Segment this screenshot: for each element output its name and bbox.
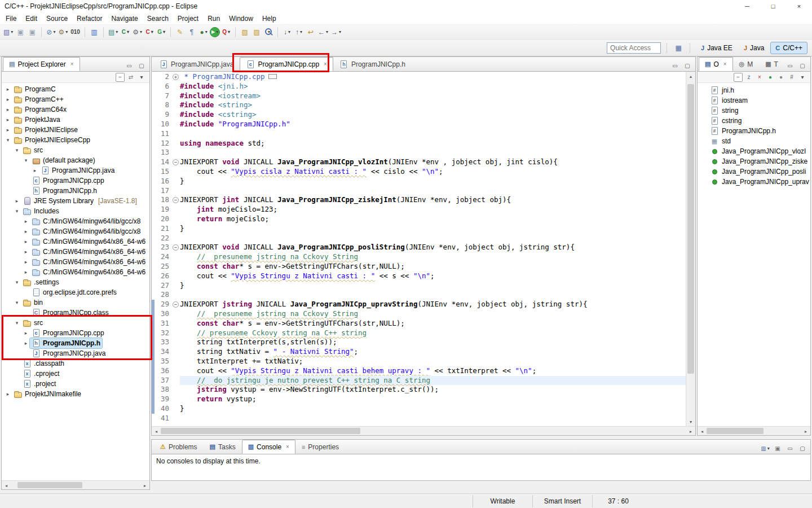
fold-collapse-icon[interactable]: − <box>173 301 179 308</box>
code-line-19[interactable]: 19 jint mojeCislo=123; <box>152 205 686 214</box>
scroll-up-icon[interactable]: ▴ <box>686 72 695 81</box>
chevron-collapsed-icon[interactable]: ▸ <box>4 117 12 122</box>
tree-item-projektjnimakefile[interactable]: ▸ProjektJNImakefile <box>2 389 149 399</box>
debug-icon[interactable]: ●▾ <box>198 27 209 38</box>
chevron-expanded-icon[interactable]: ▾ <box>4 137 12 143</box>
code-line-34[interactable]: 34 string txtNativ = " - Nativni String"… <box>152 347 686 357</box>
console-tab-console[interactable]: ▥Console× <box>242 440 295 454</box>
minimize-panel-icon[interactable]: ▭ <box>784 443 796 454</box>
view-menu-icon[interactable]: ▾ <box>798 73 807 82</box>
fold-collapse-icon[interactable]: − <box>173 197 179 203</box>
code-line-25[interactable]: 25 const char* s = env->GetStringUTFChar… <box>152 262 686 271</box>
chevron-expanded-icon[interactable]: ▾ <box>22 157 30 163</box>
build-icon[interactable]: ⚙▾ <box>57 27 69 38</box>
new-wizard-icon[interactable]: ▧▾ <box>2 27 14 38</box>
tree-item-projektjava[interactable]: ▸ProjektJava <box>2 115 149 125</box>
tree-item-c-mingw64-mingw64-x86-64-w6[interactable]: ▸C:/MinGW64/mingw64/x86_64-w6 <box>2 257 149 267</box>
menu-help[interactable]: Help <box>258 13 281 24</box>
chevron-collapsed-icon[interactable]: ▸ <box>4 97 12 102</box>
chevron-collapsed-icon[interactable]: ▸ <box>13 198 21 204</box>
scroll-right-icon[interactable]: ▸ <box>686 427 695 436</box>
view-tab-project-explorer[interactable]: ▤Project Explorer× <box>3 57 80 71</box>
tree-item-c-mingw64-mingw64-x86-64-w6[interactable]: ▸C:/MinGW64/mingw64/x86_64-w6 <box>2 267 149 277</box>
tree-item-programjnicpp-h[interactable]: hProgramJNICpp.h <box>2 186 149 196</box>
chevron-collapsed-icon[interactable]: ▸ <box>22 229 30 234</box>
tree-item-programjnicpp-cpp[interactable]: ▸cProgramJNICpp.cpp <box>2 328 149 338</box>
console-tab-tasks[interactable]: ▤Tasks <box>204 440 242 454</box>
forward-icon[interactable]: →▾ <box>330 27 342 38</box>
minimize-button[interactable]: ─ <box>734 0 760 12</box>
code-lines[interactable]: 2+ * ProgramJNICpp.cpp6#include <jni.h>7… <box>152 72 686 426</box>
outline-item-java-programjnicpp-posli[interactable]: Java_ProgramJNICpp_posli <box>698 167 810 177</box>
chevron-collapsed-icon[interactable]: ▸ <box>22 330 30 336</box>
collapse-all-icon[interactable]: − <box>734 73 743 82</box>
scroll-right-icon[interactable]: ▸ <box>801 427 810 436</box>
chevron-collapsed-icon[interactable]: ▸ <box>4 107 12 112</box>
tree-item-programjnicpp-h[interactable]: ▸hProgramJNICpp.h <box>2 338 149 348</box>
perspective-java[interactable]: JJava <box>739 42 769 54</box>
scroll-track[interactable] <box>161 427 686 435</box>
tree-item-programjnicpp-cpp[interactable]: cProgramJNICpp.cpp <box>2 176 149 186</box>
open-resource-icon[interactable]: ▨ <box>251 27 262 38</box>
link-with-editor-icon[interactable]: ⇄ <box>126 73 135 82</box>
code-line-28[interactable]: 28 <box>152 290 686 300</box>
code-line-36[interactable]: 36 cout << "Vypis Stringu z Nativni cast… <box>152 366 686 376</box>
minimize-panel-icon[interactable]: ▭ <box>123 60 135 71</box>
tree-item-programjnicpp-java[interactable]: ▸JProgramJNICpp.java <box>2 165 149 176</box>
menu-project[interactable]: Project <box>173 13 203 24</box>
external-tools-icon[interactable]: Q▾ <box>220 27 232 38</box>
outline-item-jni-h[interactable]: #jni.h <box>698 85 810 95</box>
outline-item-programjnicpp-h[interactable]: #ProgramJNICpp.h <box>698 126 810 136</box>
run-icon[interactable]: ▶▾ <box>210 27 220 37</box>
display-console-icon[interactable]: ▣ <box>772 443 783 454</box>
scroll-track[interactable] <box>686 81 695 417</box>
editor-hscrollbar[interactable]: ◂▸ <box>152 426 695 435</box>
coverage-icon-dropdown[interactable]: ▾ <box>151 29 153 34</box>
tree-item-org-eclipse-jdt-core-prefs[interactable]: org.eclipse.jdt.core.prefs <box>2 287 149 297</box>
tree-item-c-mingw64-mingw64-x86-64-w6[interactable]: ▸C:/MinGW64/mingw64/x86_64-w6 <box>2 247 149 257</box>
code-line-23[interactable]: 23−JNIEXPORT void JNICALL Java_ProgramJN… <box>152 243 686 252</box>
code-line-20[interactable]: 20 return mojeCislo; <box>152 214 686 224</box>
restore-button[interactable]: □ <box>760 0 786 12</box>
tree-item-c-mingw64-mingw64-lib-gcc-x8[interactable]: ▸C:/MinGW64/mingw64/lib/gcc/x8 <box>2 216 149 226</box>
tree-item-default-package[interactable]: ▾(default package) <box>2 155 149 165</box>
next-annotation-icon-dropdown[interactable]: ▾ <box>288 29 290 34</box>
code-line-30[interactable]: 30 // presuneme jstring na Cckovy String <box>152 309 686 319</box>
console-tab-problems[interactable]: ⚠Problems <box>154 440 204 454</box>
view-menu-icon[interactable]: ▾ <box>137 73 146 82</box>
tree-item-cproject[interactable]: x.cproject <box>2 369 149 379</box>
outline-item-java-programjnicpp-uprav[interactable]: Java_ProgramJNICpp_uprav <box>698 177 810 187</box>
code-line-27[interactable]: 27} <box>152 281 686 291</box>
build-all-icon-dropdown[interactable]: ▾ <box>140 29 142 34</box>
code-line-2[interactable]: 2+ * ProgramJNICpp.cpp <box>152 72 686 82</box>
chevron-expanded-icon[interactable]: ▾ <box>13 320 21 326</box>
outline-item-iostream[interactable]: #iostream <box>698 95 810 106</box>
hide-non-public-icon[interactable]: ● <box>776 73 785 82</box>
new-wizard-icon-dropdown[interactable]: ▾ <box>11 29 13 34</box>
tree-item-programjnicpp-class[interactable]: CProgramJNICpp.class <box>2 308 149 318</box>
scroll-left-icon[interactable]: ◂ <box>152 427 161 436</box>
code-line-7[interactable]: 7#include <iostream> <box>152 91 686 101</box>
build-all-icon[interactable]: ⚙▾ <box>131 27 143 38</box>
open-console-icon[interactable]: ▥▾ <box>760 443 771 454</box>
menu-search[interactable]: Search <box>143 13 173 24</box>
hide-static-icon[interactable]: ● <box>766 73 775 82</box>
scroll-left-icon[interactable]: ◂ <box>2 481 11 490</box>
scroll-thumb[interactable] <box>687 84 694 374</box>
open-type-icon[interactable]: ▨ <box>239 27 250 38</box>
coverage-icon[interactable]: C▾ <box>144 27 155 38</box>
code-line-41[interactable]: 41 <box>152 414 686 423</box>
tree-item-bin[interactable]: ▾bin <box>2 297 149 308</box>
skip-breakpoints-icon[interactable]: ⊘▾ <box>45 27 56 38</box>
previous-annotation-icon[interactable]: ↑▾ <box>293 27 304 38</box>
forward-icon-dropdown[interactable]: ▾ <box>339 29 341 34</box>
open-console-icon-dropdown[interactable]: ▾ <box>767 446 770 451</box>
code-line-16[interactable]: 16} <box>152 177 686 186</box>
code-line-29[interactable]: 29−JNIEXPORT jstring JNICALL Java_Progra… <box>152 300 686 309</box>
save-all-icon[interactable]: ▣ <box>27 27 38 38</box>
external-tools-icon-dropdown[interactable]: ▾ <box>228 29 230 34</box>
tree-item-projektjnieclipsecpp[interactable]: ▾ProjektJNIEclipseCpp <box>2 135 149 145</box>
outline-tab-o[interactable]: ▤O× <box>699 57 733 71</box>
code-line-15[interactable]: 15 cout << "Vypis cisla z Nativni casti … <box>152 167 686 177</box>
skip-breakpoints-icon-dropdown[interactable]: ▾ <box>53 29 55 34</box>
